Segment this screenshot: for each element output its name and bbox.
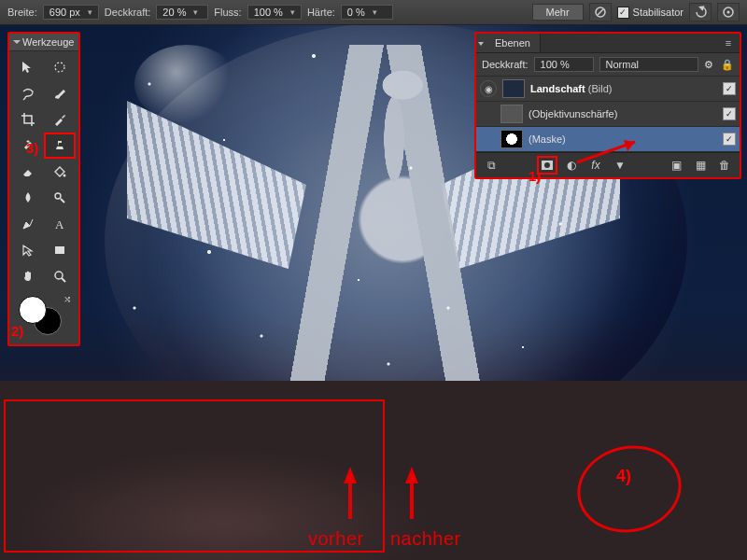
eyedropper-tool[interactable] [45, 107, 75, 132]
layer-name[interactable]: Landschaft (Bild) [530, 83, 713, 94]
layer-check-icon[interactable]: ✓ [723, 82, 736, 95]
merge-icon[interactable]: ▼ [611, 157, 629, 174]
new-layer-icon[interactable]: ▦ [691, 157, 710, 174]
width-field[interactable]: 690 px [43, 5, 99, 20]
layer-opacity-field[interactable]: 100 % [534, 57, 594, 72]
layers-tab-label: Ebenen [495, 37, 530, 49]
more-button[interactable]: Mehr [532, 4, 584, 21]
path-select-tool[interactable] [13, 238, 43, 262]
sphere-glare [134, 45, 239, 123]
layer-check-icon[interactable]: ✓ [723, 107, 736, 120]
fill-tool[interactable] [45, 160, 75, 184]
layers-footer: ⧉ ◐ fx ▼ ▣ ▦ 🗑 [476, 152, 740, 177]
panel-menu-icon[interactable]: ≡ [717, 34, 740, 52]
brush-tool[interactable] [45, 81, 75, 105]
stabilizer-label: Stabilisator [633, 7, 684, 18]
layers-group-icon[interactable]: ⧉ [482, 157, 500, 174]
layer-row-landschaft[interactable]: ◉ Landschaft (Bild) ✓ [476, 77, 740, 102]
clone-stamp-tool[interactable] [45, 133, 75, 158]
layer-row-mask[interactable]: (Maske) ✓ [476, 127, 740, 152]
layers-tab[interactable]: Ebenen [476, 34, 541, 52]
layers-panel: Ebenen ≡ Deckkraft: 100 % Normal ⚙ 🔒 ◉ L… [474, 32, 741, 179]
swap-colors-icon[interactable]: ⤭ [63, 294, 71, 304]
layer-thumbnail[interactable] [502, 79, 525, 98]
move-tool[interactable] [13, 55, 43, 79]
mask-thumbnail[interactable] [500, 130, 523, 148]
rock-base [0, 381, 747, 560]
tools-panel-title[interactable]: Werkzeuge [9, 34, 78, 51]
gear-icon[interactable]: ⚙ [704, 59, 713, 71]
tools-panel: Werkzeuge A ⤭ [7, 32, 80, 346]
svg-point-10 [544, 162, 550, 168]
blur-tool[interactable] [13, 186, 43, 210]
svg-point-2 [727, 11, 730, 14]
zoom-tool[interactable] [45, 264, 75, 288]
svg-text:A: A [55, 217, 64, 231]
blend-mode-select[interactable]: Normal [599, 57, 698, 72]
svg-point-8 [55, 272, 63, 279]
dodge-tool[interactable] [45, 186, 75, 210]
filter-thumbnail[interactable] [500, 105, 523, 123]
svg-rect-7 [55, 246, 64, 254]
crop-tool[interactable] [13, 107, 43, 132]
lock-icon[interactable]: 🔒 [721, 59, 734, 71]
flow-label: Fluss: [214, 7, 241, 18]
add-mask-button[interactable] [538, 157, 557, 174]
layer-name[interactable]: (Objektivunschärfe) [529, 108, 713, 119]
settings-icon[interactable] [717, 3, 740, 21]
text-tool[interactable]: A [45, 212, 75, 236]
marquee-tool[interactable] [45, 55, 75, 79]
adjustment-layer-icon[interactable]: ◐ [562, 157, 581, 174]
delete-layer-icon[interactable]: 🗑 [715, 157, 734, 174]
svg-point-5 [55, 193, 61, 199]
new-folder-icon[interactable]: ▣ [667, 157, 685, 174]
eraser-tool[interactable] [13, 160, 43, 184]
layer-check-icon[interactable]: ✓ [723, 133, 736, 146]
color-swatch[interactable]: ⤭ [13, 294, 75, 337]
hand-tool[interactable] [13, 264, 43, 288]
svg-point-3 [55, 63, 64, 72]
foreground-color[interactable] [19, 296, 47, 324]
opacity-field[interactable]: 20 % [156, 5, 208, 20]
fx-icon[interactable]: fx [586, 157, 605, 174]
shape-tool[interactable] [45, 238, 75, 262]
stabilizer-checkbox[interactable]: ✓Stabilisator [617, 7, 684, 19]
undo-icon[interactable] [689, 3, 712, 21]
pen-tool[interactable] [13, 212, 43, 236]
healing-tool[interactable] [13, 133, 43, 158]
tools-title-label: Werkzeuge [22, 36, 74, 48]
width-label: Breite: [7, 7, 37, 18]
flow-field[interactable]: 100 % [247, 5, 302, 20]
svg-point-4 [63, 175, 66, 177]
tablet-pressure-icon[interactable] [589, 3, 612, 21]
layer-name[interactable]: (Maske) [529, 133, 713, 145]
hardness-field[interactable]: 0 % [341, 5, 393, 20]
opacity-label: Deckkraft: [105, 7, 151, 18]
lasso-tool[interactable] [13, 81, 43, 105]
layer-row-lensblur[interactable]: (Objektivunschärfe) ✓ [476, 102, 740, 127]
brush-options-bar: Breite: 690 px Deckkraft: 20 % Fluss: 10… [0, 0, 747, 25]
hardness-label: Härte: [307, 7, 335, 18]
visibility-toggle-icon[interactable]: ◉ [480, 80, 497, 97]
layer-opacity-label: Deckkraft: [482, 59, 529, 70]
